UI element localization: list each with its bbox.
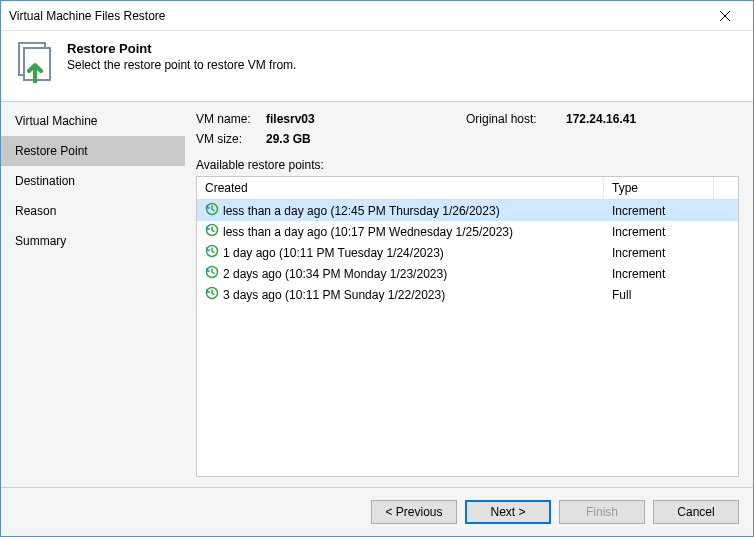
cancel-button[interactable]: Cancel [653,500,739,524]
vm-size-value: 29.3 GB [266,132,466,146]
vm-meta: VM name: filesrv03 Original host: 172.24… [196,112,739,146]
restore-point-created: less than a day ago (10:17 PM Wednesday … [223,225,513,239]
finish-button: Finish [559,500,645,524]
restore-points-table: Created Type less than a day ago (12:45 … [196,176,739,477]
restore-point-row[interactable]: less than a day ago (12:45 PM Thursday 1… [197,200,738,221]
titlebar: Virtual Machine Files Restore [1,1,753,31]
wizard-header: Restore Point Select the restore point t… [1,31,753,101]
table-header: Created Type [197,177,738,200]
page-title: Restore Point [67,41,296,56]
restore-point-icon [205,223,219,240]
restore-point-row[interactable]: 2 days ago (10:34 PM Monday 1/23/2023)In… [197,263,738,284]
main-panel: VM name: filesrv03 Original host: 172.24… [186,102,753,487]
wizard-footer: < Previous Next > Finish Cancel [1,487,753,536]
restore-point-type: Full [604,287,714,303]
restore-point-type: Increment [604,203,714,219]
sidebar-step-reason[interactable]: Reason [1,196,185,226]
restore-point-created: 1 day ago (10:11 PM Tuesday 1/24/2023) [223,246,444,260]
column-header-created[interactable]: Created [197,177,604,199]
column-header-type[interactable]: Type [604,177,714,199]
window-title: Virtual Machine Files Restore [9,9,705,23]
restore-point-icon [15,41,57,83]
page-subtitle: Select the restore point to restore VM f… [67,58,296,72]
vm-name-value: filesrv03 [266,112,466,126]
restore-point-icon [205,244,219,261]
sidebar-step-virtual-machine[interactable]: Virtual Machine [1,106,185,136]
restore-point-icon [205,202,219,219]
restore-point-row[interactable]: less than a day ago (10:17 PM Wednesday … [197,221,738,242]
close-button[interactable] [705,2,745,30]
original-host-value: 172.24.16.41 [566,112,739,126]
restore-point-row[interactable]: 1 day ago (10:11 PM Tuesday 1/24/2023)In… [197,242,738,263]
restore-point-type: Increment [604,266,714,282]
restore-point-created: less than a day ago (12:45 PM Thursday 1… [223,204,500,218]
restore-point-type: Increment [604,224,714,240]
restore-point-icon [205,286,219,303]
close-icon [720,11,730,21]
restore-point-icon [205,265,219,282]
original-host-label: Original host: [466,112,566,126]
sidebar-step-destination[interactable]: Destination [1,166,185,196]
wizard-body: Virtual MachineRestore PointDestinationR… [1,101,753,487]
table-body: less than a day ago (12:45 PM Thursday 1… [197,200,738,476]
vm-size-label: VM size: [196,132,266,146]
previous-button[interactable]: < Previous [371,500,457,524]
sidebar-step-summary[interactable]: Summary [1,226,185,256]
restore-point-created: 2 days ago (10:34 PM Monday 1/23/2023) [223,267,447,281]
sidebar-step-restore-point[interactable]: Restore Point [1,136,185,166]
available-restore-points-label: Available restore points: [196,158,739,172]
vm-name-label: VM name: [196,112,266,126]
wizard-steps-sidebar: Virtual MachineRestore PointDestinationR… [1,102,186,487]
restore-point-row[interactable]: 3 days ago (10:11 PM Sunday 1/22/2023)Fu… [197,284,738,305]
restore-point-created: 3 days ago (10:11 PM Sunday 1/22/2023) [223,288,445,302]
next-button[interactable]: Next > [465,500,551,524]
restore-point-type: Increment [604,245,714,261]
wizard-window: Virtual Machine Files Restore Restore Po… [0,0,754,537]
